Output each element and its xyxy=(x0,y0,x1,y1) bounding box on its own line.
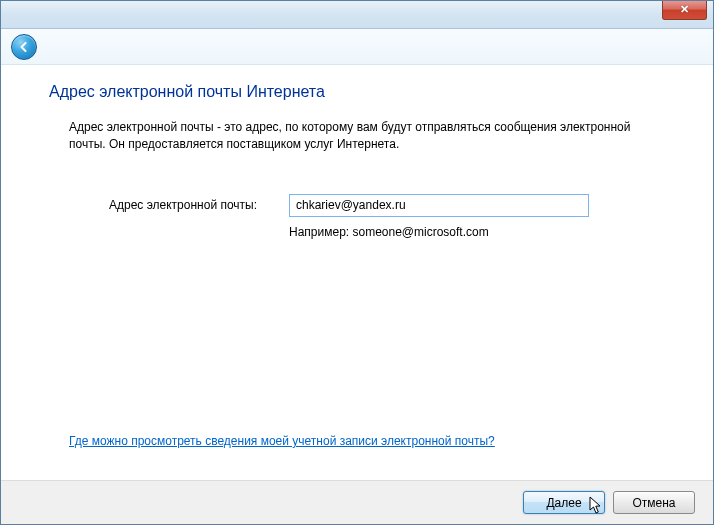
help-link[interactable]: Где можно просмотреть сведения моей учет… xyxy=(69,434,495,448)
footer: Далее Отмена xyxy=(1,480,713,524)
back-arrow-icon xyxy=(17,40,31,54)
cancel-button[interactable]: Отмена xyxy=(613,491,695,514)
page-title: Адрес электронной почты Интернета xyxy=(49,83,665,101)
close-button[interactable]: ✕ xyxy=(662,1,707,20)
titlebar: ✕ xyxy=(1,1,713,29)
close-icon: ✕ xyxy=(680,3,689,15)
email-row: Адрес электронной почты: xyxy=(49,194,665,217)
content-area: Адрес электронной почты Интернета Адрес … xyxy=(15,65,699,472)
email-example: Например: someone@microsoft.com xyxy=(49,225,665,239)
back-button[interactable] xyxy=(11,34,37,60)
email-label: Адрес электронной почты: xyxy=(109,198,289,212)
navigation-bar xyxy=(1,29,713,65)
next-button[interactable]: Далее xyxy=(523,491,605,514)
wizard-window: ✕ Адрес электронной почты Интернета Адре… xyxy=(0,0,714,525)
email-input[interactable] xyxy=(289,194,589,217)
page-description: Адрес электронной почты - это адрес, по … xyxy=(49,119,665,154)
